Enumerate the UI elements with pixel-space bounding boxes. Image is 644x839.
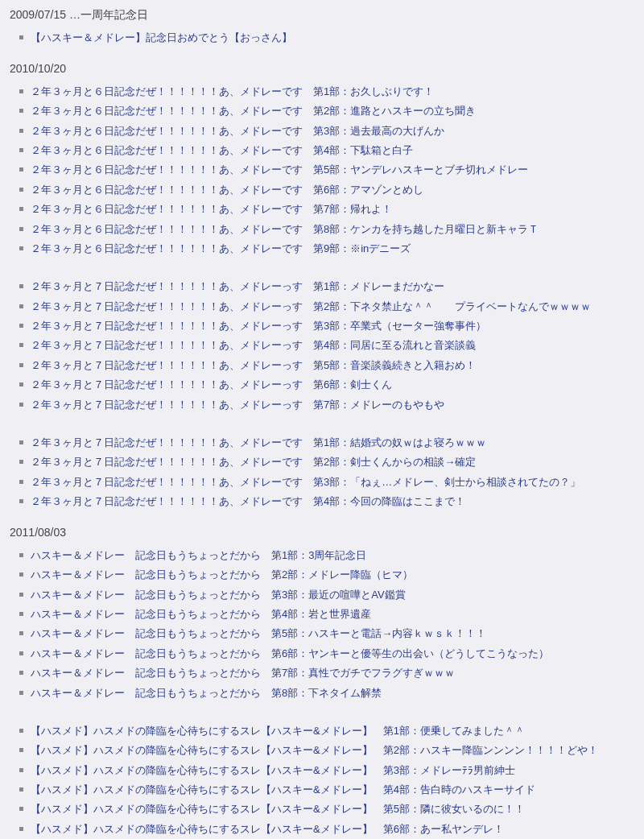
list-item: 【ハスメド】ハスメドの降臨を心待ちにするスレ【ハスキー&メドレー】 第6部：あー… bbox=[16, 820, 634, 838]
section-heading: 2009/07/15 …一周年記念日 bbox=[10, 5, 634, 25]
link-list: ハスキー＆メドレー 記念日もうちょっとだから 第1部：3周年記念日ハスキー＆メド… bbox=[16, 546, 634, 702]
list-item: 【ハスメド】ハスメドの降臨を心待ちにするスレ【ハスキー&メドレー】 第4部：告白… bbox=[16, 780, 634, 799]
entry-link[interactable]: ハスキー＆メドレー 記念日もうちょっとだから 第3部：最近の喧嘩とAV鑑賞 bbox=[31, 589, 406, 601]
entry-link[interactable]: ２年３ヶ月と７日記念だぜ！！！！！！あ、メドレーっす 第3部：卒業式（セーター強… bbox=[31, 320, 486, 332]
link-list: 【ハスキー＆メドレー】記念日おめでとう【おっさん】 bbox=[16, 28, 634, 47]
entry-link[interactable]: ハスキー＆メドレー 記念日もうちょっとだから 第6部：ヤンキーと優等生の出会い（… bbox=[31, 647, 549, 659]
list-item: ２年３ヶ月と７日記念だぜ！！！！！！あ、メドレーっす 第2部：下ネタ禁止な＾＾ … bbox=[16, 297, 634, 316]
list-item: ハスキー＆メドレー 記念日もうちょっとだから 第8部：下ネタイム解禁 bbox=[16, 684, 634, 702]
list-item: 【ハスメド】ハスメドの降臨を心待ちにするスレ【ハスキー&メドレー】 第5部：隣に… bbox=[16, 800, 634, 818]
entry-link[interactable]: ２年３ヶ月と７日記念だぜ！！！！！！あ、メドレーです 第2部：剣士くんからの相談… bbox=[31, 456, 476, 468]
link-list: 【ハスメド】ハスメドの降臨を心待ちにするスレ【ハスキー&メドレー】 第1部：便乗… bbox=[16, 721, 634, 839]
list-item: ハスキー＆メドレー 記念日もうちょっとだから 第5部：ハスキーと電話→内容ｋｗｓ… bbox=[16, 624, 634, 643]
entry-link[interactable]: 【ハスメド】ハスメドの降臨を心待ちにするスレ【ハスキー&メドレー】 第3部：メド… bbox=[31, 764, 515, 776]
entry-link[interactable]: ２年３ヶ月と７日記念だぜ！！！！！！あ、メドレーです 第4部：今回の降臨はここま… bbox=[31, 495, 465, 507]
entry-link[interactable]: ハスキー＆メドレー 記念日もうちょっとだから 第8部：下ネタイム解禁 bbox=[31, 687, 382, 699]
group-gap bbox=[10, 419, 634, 433]
entry-link[interactable]: ２年３ヶ月と７日記念だぜ！！！！！！あ、メドレーっす 第2部：下ネタ禁止な＾＾ … bbox=[31, 300, 591, 312]
entry-link[interactable]: ２年３ヶ月と６日記念だぜ！！！！！！あ、メドレーです 第1部：お久しぶりです！ bbox=[31, 85, 434, 97]
entry-link[interactable]: ２年３ヶ月と６日記念だぜ！！！！！！あ、メドレーです 第6部：アマゾンとめし bbox=[31, 184, 423, 196]
list-item: ２年３ヶ月と６日記念だぜ！！！！！！あ、メドレーです 第4部：下駄箱と白子 bbox=[16, 141, 634, 159]
entry-link[interactable]: ２年３ヶ月と６日記念だぜ！！！！！！あ、メドレーです 第2部：進路とハスキーの立… bbox=[31, 105, 476, 117]
list-item: ２年３ヶ月と７日記念だぜ！！！！！！あ、メドレーっす 第3部：卒業式（セーター強… bbox=[16, 316, 634, 335]
list-item: 【ハスキー＆メドレー】記念日おめでとう【おっさん】 bbox=[16, 28, 634, 47]
entry-link[interactable]: ２年３ヶ月と７日記念だぜ！！！！！！あ、メドレーです 第3部：「ねぇ…メドレー、… bbox=[31, 476, 580, 488]
group-gap bbox=[10, 262, 634, 277]
list-item: ２年３ヶ月と６日記念だぜ！！！！！！あ、メドレーです 第2部：進路とハスキーの立… bbox=[16, 101, 634, 120]
list-item: ハスキー＆メドレー 記念日もうちょっとだから 第3部：最近の喧嘩とAV鑑賞 bbox=[16, 585, 634, 604]
list-item: ハスキー＆メドレー 記念日もうちょっとだから 第6部：ヤンキーと優等生の出会い（… bbox=[16, 644, 634, 663]
entry-link[interactable]: ２年３ヶ月と７日記念だぜ！！！！！！あ、メドレーです 第1部：結婚式の奴ｗはよ寝… bbox=[31, 436, 486, 448]
entry-link[interactable]: 【ハスメド】ハスメドの降臨を心待ちにするスレ【ハスキー&メドレー】 第1部：便乗… bbox=[31, 725, 525, 737]
entry-link[interactable]: ２年３ヶ月と６日記念だぜ！！！！！！あ、メドレーです 第4部：下駄箱と白子 bbox=[31, 144, 413, 156]
entry-link[interactable]: ２年３ヶ月と７日記念だぜ！！！！！！あ、メドレーっす 第6部：剣士くん bbox=[31, 378, 392, 391]
list-item: ２年３ヶ月と７日記念だぜ！！！！！！あ、メドレーです 第1部：結婚式の奴ｗはよ寝… bbox=[16, 433, 634, 452]
entry-link[interactable]: ハスキー＆メドレー 記念日もうちょっとだから 第4部：岩と世界遺産 bbox=[31, 608, 371, 620]
list-item: ２年３ヶ月と７日記念だぜ！！！！！！あ、メドレーです 第2部：剣士くんからの相談… bbox=[16, 453, 634, 471]
list-item: ２年３ヶ月と７日記念だぜ！！！！！！あ、メドレーっす 第5部：音楽談義続きと入籍… bbox=[16, 356, 634, 374]
list-item: ２年３ヶ月と７日記念だぜ！！！！！！あ、メドレーっす 第7部：メドレーのもやもや bbox=[16, 395, 634, 414]
list-item: ２年３ヶ月と６日記念だぜ！！！！！！あ、メドレーです 第6部：アマゾンとめし bbox=[16, 180, 634, 199]
entry-link[interactable]: 【ハスメド】ハスメドの降臨を心待ちにするスレ【ハスキー&メドレー】 第2部：ハス… bbox=[31, 744, 598, 756]
list-item: ２年３ヶ月と７日記念だぜ！！！！！！あ、メドレーです 第3部：「ねぇ…メドレー、… bbox=[16, 473, 634, 491]
list-item: ハスキー＆メドレー 記念日もうちょっとだから 第2部：メドレー降臨（ヒマ） bbox=[16, 565, 634, 584]
link-list: ２年３ヶ月と７日記念だぜ！！！！！！あ、メドレーっす 第1部：メドレーまだかなー… bbox=[16, 277, 634, 414]
list-item: 【ハスメド】ハスメドの降臨を心待ちにするスレ【ハスキー&メドレー】 第1部：便乗… bbox=[16, 721, 634, 740]
entry-link[interactable]: 【ハスメド】ハスメドの降臨を心待ちにするスレ【ハスキー&メドレー】 第5部：隣に… bbox=[31, 803, 525, 815]
entry-link[interactable]: 【ハスメド】ハスメドの降臨を心待ちにするスレ【ハスキー&メドレー】 第6部：あー… bbox=[31, 823, 504, 835]
list-item: ２年３ヶ月と７日記念だぜ！！！！！！あ、メドレーっす 第4部：同居に至る流れと音… bbox=[16, 336, 634, 354]
entry-link[interactable]: ２年３ヶ月と７日記念だぜ！！！！！！あ、メドレーっす 第4部：同居に至る流れと音… bbox=[31, 339, 476, 351]
link-list: ２年３ヶ月と７日記念だぜ！！！！！！あ、メドレーです 第1部：結婚式の奴ｗはよ寝… bbox=[16, 433, 634, 511]
list-item: ハスキー＆メドレー 記念日もうちょっとだから 第4部：岩と世界遺産 bbox=[16, 605, 634, 623]
entry-link[interactable]: ２年３ヶ月と７日記念だぜ！！！！！！あ、メドレーっす 第5部：音楽談義続きと入籍… bbox=[31, 359, 476, 371]
list-item: ２年３ヶ月と７日記念だぜ！！！！！！あ、メドレーです 第4部：今回の降臨はここま… bbox=[16, 492, 634, 510]
list-item: ２年３ヶ月と６日記念だぜ！！！！！！あ、メドレーです 第5部：ヤンデレハスキーと… bbox=[16, 160, 634, 179]
entry-link[interactable]: ２年３ヶ月と６日記念だぜ！！！！！！あ、メドレーです 第3部：過去最高の大げんか bbox=[31, 125, 444, 137]
list-item: 【ハスメド】ハスメドの降臨を心待ちにするスレ【ハスキー&メドレー】 第3部：メド… bbox=[16, 761, 634, 779]
entry-link[interactable]: ２年３ヶ月と６日記念だぜ！！！！！！あ、メドレーです 第8部：ケンカを持ち越した… bbox=[31, 223, 539, 235]
section-heading: 2011/08/03 bbox=[10, 523, 634, 543]
list-item: ２年３ヶ月と７日記念だぜ！！！！！！あ、メドレーっす 第1部：メドレーまだかなー bbox=[16, 277, 634, 296]
list-item: ハスキー＆メドレー 記念日もうちょっとだから 第1部：3周年記念日 bbox=[16, 546, 634, 564]
entry-link[interactable]: 【ハスメド】ハスメドの降臨を心待ちにするスレ【ハスキー&メドレー】 第4部：告白… bbox=[31, 783, 535, 796]
entry-link[interactable]: ２年３ヶ月と６日記念だぜ！！！！！！あ、メドレーです 第7部：帰れよ！ bbox=[31, 203, 392, 215]
entry-link[interactable]: ハスキー＆メドレー 記念日もうちょっとだから 第2部：メドレー降臨（ヒマ） bbox=[31, 568, 413, 581]
entry-link[interactable]: ２年３ヶ月と６日記念だぜ！！！！！！あ、メドレーです 第5部：ヤンデレハスキーと… bbox=[31, 163, 528, 176]
list-item: ハスキー＆メドレー 記念日もうちょっとだから 第7部：真性でガチでフラグすぎｗｗ… bbox=[16, 663, 634, 682]
list-item: ２年３ヶ月と６日記念だぜ！！！！！！あ、メドレーです 第1部：お久しぶりです！ bbox=[16, 82, 634, 101]
entry-link[interactable]: ハスキー＆メドレー 記念日もうちょっとだから 第7部：真性でガチでフラグすぎｗｗ… bbox=[31, 667, 455, 679]
section-heading: 2010/10/20 bbox=[10, 59, 634, 79]
entry-link[interactable]: 【ハスキー＆メドレー】記念日おめでとう【おっさん】 bbox=[31, 31, 292, 43]
list-item: ２年３ヶ月と６日記念だぜ！！！！！！あ、メドレーです 第8部：ケンカを持ち越した… bbox=[16, 220, 634, 238]
link-list: ２年３ヶ月と６日記念だぜ！！！！！！あ、メドレーです 第1部：お久しぶりです！２… bbox=[16, 82, 634, 258]
entry-link[interactable]: ハスキー＆メドレー 記念日もうちょっとだから 第1部：3周年記念日 bbox=[31, 549, 366, 561]
list-item: ２年３ヶ月と７日記念だぜ！！！！！！あ、メドレーっす 第6部：剣士くん bbox=[16, 375, 634, 394]
list-item: ２年３ヶ月と６日記念だぜ！！！！！！あ、メドレーです 第3部：過去最高の大げんか bbox=[16, 122, 634, 140]
entry-link[interactable]: ハスキー＆メドレー 記念日もうちょっとだから 第5部：ハスキーと電話→内容ｋｗｓ… bbox=[31, 627, 486, 639]
list-item: ２年３ヶ月と６日記念だぜ！！！！！！あ、メドレーです 第7部：帰れよ！ bbox=[16, 200, 634, 218]
entry-link[interactable]: ２年３ヶ月と７日記念だぜ！！！！！！あ、メドレーっす 第7部：メドレーのもやもや bbox=[31, 399, 444, 411]
list-item: 【ハスメド】ハスメドの降臨を心待ちにするスレ【ハスキー&メドレー】 第2部：ハス… bbox=[16, 741, 634, 759]
group-gap bbox=[10, 707, 634, 721]
list-item: ２年３ヶ月と６日記念だぜ！！！！！！あ、メドレーです 第9部：※inデニーズ bbox=[16, 239, 634, 258]
entry-link[interactable]: ２年３ヶ月と６日記念だぜ！！！！！！あ、メドレーです 第9部：※inデニーズ bbox=[31, 242, 411, 254]
entry-link[interactable]: ２年３ヶ月と７日記念だぜ！！！！！！あ、メドレーっす 第1部：メドレーまだかなー bbox=[31, 280, 444, 292]
